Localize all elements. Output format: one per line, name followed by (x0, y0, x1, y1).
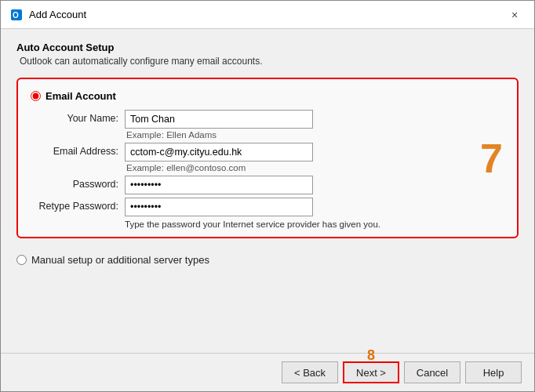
title-bar: O Add Account × (1, 1, 534, 29)
your-name-label: Your Name: (31, 110, 125, 124)
email-address-field-group: Example: ellen@contoso.com (125, 143, 313, 172)
retype-password-row: Retype Password: (31, 198, 504, 216)
help-button[interactable]: Help (465, 361, 522, 383)
email-address-input[interactable] (125, 143, 313, 162)
email-account-label[interactable]: Email Account (45, 90, 116, 102)
auto-setup-header: Auto Account Setup Outlook can automatic… (16, 42, 519, 67)
your-name-row: Your Name: Example: Ellen Adams (31, 110, 504, 140)
email-account-radio-row: Email Account (31, 90, 504, 102)
password-input[interactable] (125, 176, 313, 194)
manual-setup-label[interactable]: Manual setup or additional server types (31, 254, 209, 266)
your-name-field-group: Example: Ellen Adams (125, 110, 313, 140)
next-button-wrapper: 8 Next > (343, 361, 399, 383)
password-row: Password: (31, 176, 504, 194)
email-account-section: 7 Email Account Your Name: Example: Elle… (16, 78, 519, 238)
dialog-content: Auto Account Setup Outlook can automatic… (1, 29, 534, 353)
password-label: Password: (31, 176, 125, 190)
outlook-icon: O (10, 9, 23, 21)
your-name-input[interactable] (125, 110, 313, 129)
dialog-title: Add Account (29, 9, 498, 20)
next-button[interactable]: Next > (343, 361, 399, 383)
password-hint: Type the password your Internet service … (125, 220, 504, 229)
svg-text:O: O (13, 11, 19, 20)
footer: < Back 8 Next > Cancel Help (1, 353, 534, 391)
manual-setup-radio[interactable] (16, 255, 27, 265)
close-button[interactable]: × (504, 5, 525, 25)
your-name-example: Example: Ellen Adams (126, 130, 313, 140)
email-address-example: Example: ellen@contoso.com (126, 163, 313, 172)
email-address-row: Email Address: Example: ellen@contoso.co… (31, 143, 504, 172)
password-field-group (125, 176, 313, 194)
email-account-radio[interactable] (31, 91, 41, 101)
email-address-label: Email Address: (31, 143, 125, 157)
add-account-dialog: O Add Account × Auto Account Setup Outlo… (0, 0, 535, 392)
manual-setup-row: Manual setup or additional server types (16, 254, 519, 266)
retype-password-label: Retype Password: (31, 198, 125, 212)
auto-setup-subtitle: Outlook can automatically configure many… (20, 56, 519, 67)
back-button[interactable]: < Back (282, 361, 338, 383)
auto-setup-title: Auto Account Setup (16, 42, 519, 53)
retype-password-input[interactable] (125, 198, 313, 216)
retype-password-field-group (125, 198, 313, 216)
cancel-button[interactable]: Cancel (404, 361, 460, 383)
